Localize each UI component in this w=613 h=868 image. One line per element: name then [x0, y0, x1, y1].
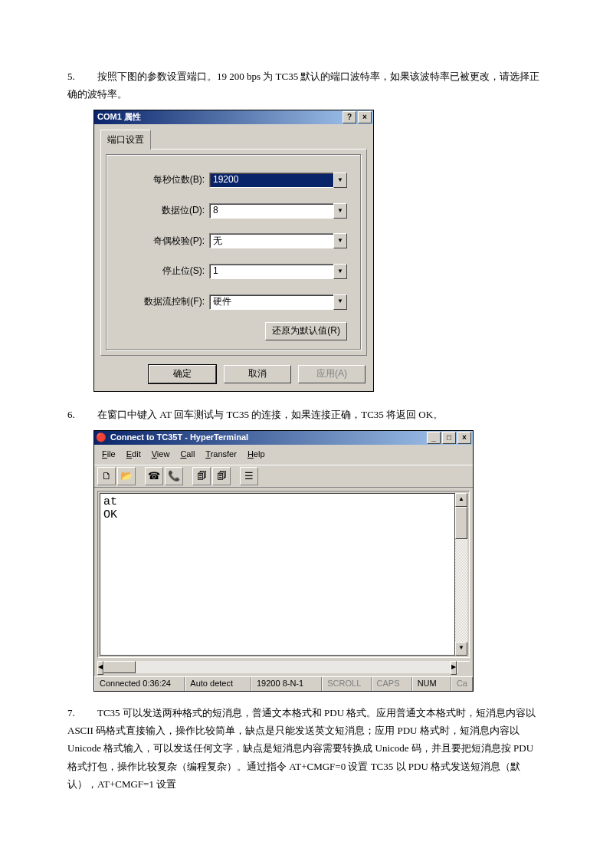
- horizontal-scrollbar[interactable]: ◀ ▶: [97, 661, 470, 673]
- flowcontrol-label: 数据流控制(F):: [120, 294, 209, 311]
- hangup-icon[interactable]: 📞: [165, 467, 183, 485]
- minimize-icon[interactable]: _: [427, 432, 441, 444]
- properties-icon[interactable]: ☰: [240, 467, 258, 485]
- scroll-right-icon[interactable]: ▶: [451, 661, 457, 675]
- open-icon[interactable]: 📂: [117, 467, 136, 485]
- hyperterminal-window: 🔴 Connect to TC35T - HyperTerminal _ □ ×…: [93, 430, 474, 692]
- stopbits-combo[interactable]: 1 ▼: [209, 264, 347, 279]
- ok-button[interactable]: 确定: [149, 365, 216, 383]
- scroll-left-icon[interactable]: ◀: [97, 661, 103, 675]
- status-connected: Connected 0:36:24: [94, 677, 185, 691]
- terminal-output[interactable]: at OK: [100, 493, 455, 656]
- close-icon[interactable]: ×: [457, 432, 471, 444]
- status-params: 19200 8-N-1: [251, 677, 322, 691]
- scroll-up-icon[interactable]: ▲: [455, 493, 467, 507]
- chevron-down-icon[interactable]: ▼: [333, 264, 347, 279]
- status-capture: Ca: [451, 677, 473, 691]
- chevron-down-icon[interactable]: ▼: [333, 203, 347, 219]
- baud-combo[interactable]: 19200 ▼: [209, 173, 347, 188]
- apply-button: 应用(A): [298, 365, 366, 383]
- vertical-scrollbar[interactable]: ▲ ▼: [455, 493, 467, 656]
- menu-call[interactable]: Call: [175, 446, 201, 463]
- menu-edit[interactable]: Edit: [122, 446, 147, 463]
- restore-defaults-button[interactable]: 还原为默认值(R): [265, 322, 347, 340]
- stopbits-label: 停止位(S):: [120, 263, 209, 280]
- scroll-thumb[interactable]: [103, 661, 136, 673]
- maximize-icon[interactable]: □: [442, 432, 456, 444]
- paragraph-5: 5.按照下图的参数设置端口。19 200 bps 为 TC35 默认的端口波特率…: [67, 67, 546, 104]
- menu-view[interactable]: View: [147, 446, 176, 463]
- menu-file[interactable]: File: [97, 446, 122, 463]
- cancel-button[interactable]: 取消: [224, 365, 291, 383]
- com1-properties-dialog: COM1 属性 ? × 端口设置 每秒位数(B): 19200 ▼ 数据位(D)…: [93, 110, 374, 393]
- databits-label: 数据位(D):: [120, 202, 209, 219]
- receive-icon[interactable]: 🗐: [212, 467, 231, 485]
- databits-combo[interactable]: 8 ▼: [209, 203, 347, 219]
- call-icon[interactable]: ☎: [145, 467, 163, 485]
- help-icon[interactable]: ?: [343, 111, 356, 123]
- size-grip-icon[interactable]: [457, 661, 470, 673]
- status-scroll: SCROLL: [322, 677, 371, 691]
- chevron-down-icon[interactable]: ▼: [333, 294, 347, 310]
- statusbar: Connected 0:36:24 Auto detect 19200 8-N-…: [94, 676, 473, 691]
- app-icon: 🔴: [96, 432, 107, 443]
- menu-help[interactable]: Help: [243, 446, 271, 463]
- flowcontrol-combo[interactable]: 硬件 ▼: [209, 294, 347, 310]
- close-icon[interactable]: ×: [358, 111, 372, 123]
- menubar: File Edit View Call Transfer Help: [94, 445, 473, 465]
- status-autodetect: Auto detect: [185, 677, 251, 691]
- paragraph-7: 7.TC35 可以发送两种格式的短消息，普通文本格式和 PDU 格式。应用普通文…: [67, 704, 546, 794]
- paragraph-6: 6.在窗口中键入 AT 回车测试与 TC35 的连接，如果连接正确，TC35 将…: [67, 406, 546, 423]
- chevron-down-icon[interactable]: ▼: [333, 233, 347, 248]
- window-titlebar[interactable]: 🔴 Connect to TC35T - HyperTerminal _ □ ×: [94, 431, 473, 445]
- chevron-down-icon[interactable]: ▼: [333, 173, 347, 188]
- dialog-title: COM1 属性: [96, 110, 341, 125]
- menu-transfer[interactable]: Transfer: [201, 446, 243, 463]
- window-title: Connect to TC35T - HyperTerminal: [109, 430, 425, 446]
- status-num: NUM: [412, 677, 451, 691]
- parity-combo[interactable]: 无 ▼: [209, 233, 347, 248]
- new-icon[interactable]: 🗋: [97, 467, 116, 485]
- send-icon[interactable]: 🗐: [192, 467, 211, 485]
- status-caps: CAPS: [372, 677, 412, 691]
- scroll-down-icon[interactable]: ▼: [455, 642, 467, 656]
- parity-label: 奇偶校验(P):: [120, 233, 209, 250]
- scroll-thumb[interactable]: [455, 507, 467, 539]
- toolbar: 🗋 📂 ☎ 📞 🗐 🗐 ☰: [94, 465, 473, 488]
- tab-port-settings[interactable]: 端口设置: [100, 130, 151, 150]
- baud-label: 每秒位数(B):: [120, 172, 209, 189]
- dialog-titlebar[interactable]: COM1 属性 ? ×: [94, 110, 373, 124]
